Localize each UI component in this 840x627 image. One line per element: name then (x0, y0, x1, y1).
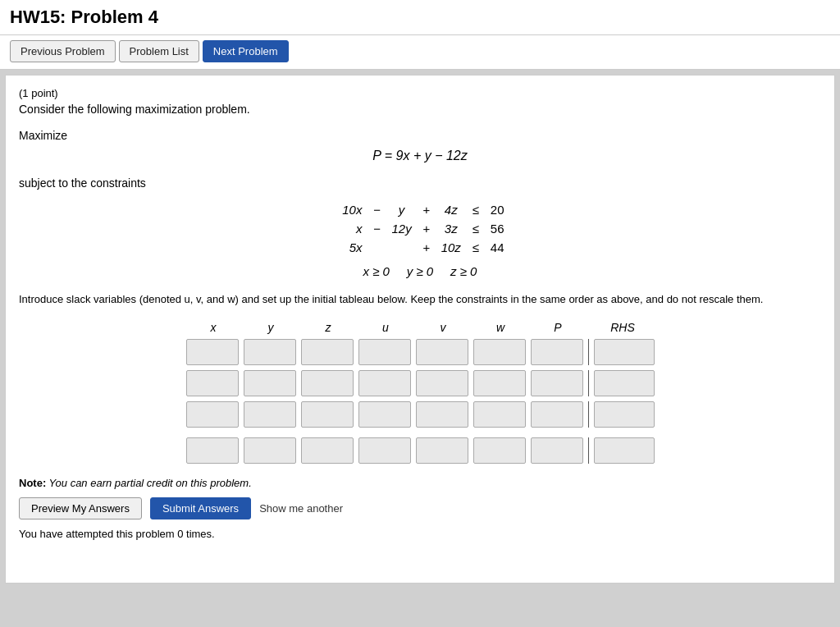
col-header-v: v (414, 319, 472, 336)
constraints-table: 10x − y + 4z ≤ 20 x − 12y + 3z ≤ 56 5x (329, 199, 510, 258)
content-area: (1 point) Consider the following maximiz… (5, 75, 835, 584)
input-r1-w[interactable] (473, 339, 526, 365)
bottom-bar: Preview My Answers Submit Answers Show m… (19, 497, 821, 519)
input-r1-y[interactable] (244, 339, 296, 365)
tableau-row-2 (184, 370, 657, 396)
input-r3-P[interactable] (531, 401, 583, 428)
tableau-row-3 (184, 401, 657, 428)
constraint-row-1: 10x − y + 4z ≤ 20 (332, 201, 507, 218)
show-another-button[interactable]: Show me another (259, 502, 343, 515)
next-problem-button[interactable]: Next Problem (203, 40, 289, 62)
input-r4-x[interactable] (186, 437, 239, 464)
col-header-y: y (242, 319, 299, 336)
objective-equation: P = 9x + y − 12z (19, 149, 821, 163)
input-r4-z[interactable] (301, 437, 354, 464)
tableau-row-4 (184, 437, 657, 464)
maximize-label: Maximize (19, 129, 821, 142)
input-r1-v[interactable] (416, 339, 468, 365)
col-header-z: z (299, 319, 357, 336)
divider-r4 (588, 437, 589, 464)
divider-r1 (588, 339, 589, 365)
divider-r3 (588, 401, 589, 428)
input-r4-P[interactable] (531, 437, 583, 464)
tableau-header: x y z u v w P RHS (185, 319, 655, 336)
subject-label: subject to the constraints (19, 176, 821, 190)
input-r3-y[interactable] (244, 401, 296, 428)
constraint-row-3: 5x + 10z ≤ 44 (332, 239, 507, 256)
note-label: Note: (19, 477, 46, 489)
nav-bar: Previous Problem Problem List Next Probl… (0, 35, 840, 70)
note-text: Note: You can earn partial credit on thi… (19, 477, 821, 489)
points-text: (1 point) (19, 87, 821, 99)
note-body: You can earn partial credit on this prob… (49, 477, 252, 489)
input-r4-w[interactable] (473, 437, 526, 464)
input-r3-x[interactable] (186, 401, 239, 428)
input-r2-w[interactable] (473, 370, 526, 396)
preview-answers-button[interactable]: Preview My Answers (19, 497, 142, 519)
input-r4-v[interactable] (416, 437, 468, 464)
problem-list-button[interactable]: Problem List (119, 40, 199, 62)
input-r2-rhs[interactable] (594, 370, 655, 396)
input-r4-y[interactable] (244, 437, 296, 464)
input-r3-u[interactable] (358, 401, 411, 428)
input-r1-P[interactable] (531, 339, 583, 365)
input-r2-x[interactable] (186, 370, 239, 396)
previous-problem-button[interactable]: Previous Problem (10, 40, 116, 62)
input-r2-y[interactable] (244, 370, 296, 396)
input-r4-u[interactable] (358, 437, 411, 464)
col-header-x: x (185, 319, 242, 336)
page-title: HW15: Problem 4 (10, 7, 830, 28)
non-negativity: x ≥ 0 y ≥ 0 z ≥ 0 (19, 264, 821, 278)
input-r1-z[interactable] (301, 339, 354, 365)
title-bar: HW15: Problem 4 Previous Problem Problem… (0, 0, 840, 70)
input-r4-rhs[interactable] (594, 437, 655, 464)
input-r3-w[interactable] (473, 401, 526, 428)
input-r2-P[interactable] (531, 370, 583, 396)
constraint-row-2: x − 12y + 3z ≤ 56 (332, 220, 507, 237)
intro-text: Introduce slack variables (denoted u, v,… (19, 291, 821, 308)
input-r3-v[interactable] (416, 401, 468, 428)
input-r1-x[interactable] (186, 339, 239, 365)
col-header-u: u (357, 319, 414, 336)
col-header-rhs: RHS (590, 319, 655, 336)
tableau-data-rows (184, 339, 657, 464)
problem-description: Consider the following maximization prob… (19, 103, 821, 116)
input-r1-rhs[interactable] (594, 339, 655, 365)
input-r3-z[interactable] (301, 401, 354, 428)
tableau-row-1 (184, 339, 657, 365)
tableau-section: x y z u v w P RHS (19, 319, 821, 464)
input-r3-rhs[interactable] (594, 401, 655, 428)
input-r2-v[interactable] (416, 370, 468, 396)
submit-answers-button[interactable]: Submit Answers (150, 497, 251, 519)
col-header-w: w (472, 319, 529, 336)
attempts-text: You have attempted this problem 0 times. (19, 528, 821, 540)
divider-r2 (588, 370, 589, 396)
col-header-P: P (529, 319, 587, 336)
input-r2-u[interactable] (358, 370, 411, 396)
input-r2-z[interactable] (301, 370, 354, 396)
input-r1-u[interactable] (358, 339, 411, 365)
